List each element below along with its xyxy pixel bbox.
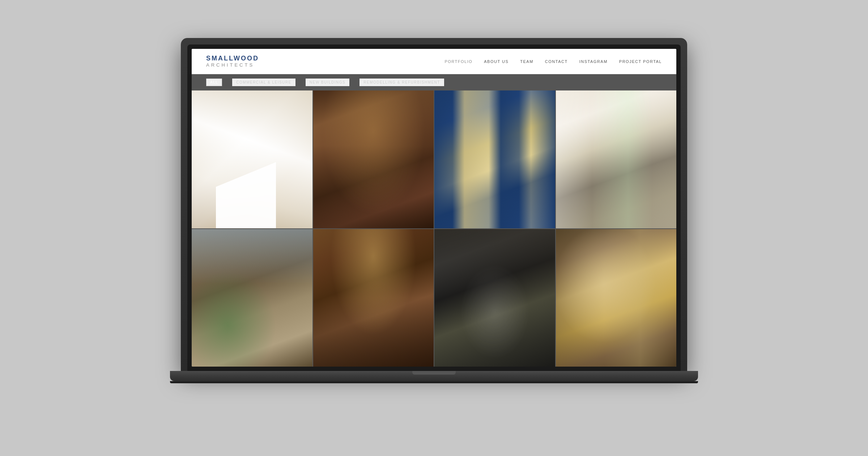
portfolio-item-5[interactable] (192, 229, 312, 367)
nav-contact[interactable]: CONTACT (545, 59, 568, 64)
screen-bezel: SMALLWOOD ARCHITECTS PORTFOLIO ABOUT US … (187, 45, 681, 371)
screen: SMALLWOOD ARCHITECTS PORTFOLIO ABOUT US … (192, 49, 676, 367)
header: SMALLWOOD ARCHITECTS PORTFOLIO ABOUT US … (192, 49, 676, 74)
website: SMALLWOOD ARCHITECTS PORTFOLIO ABOUT US … (192, 49, 676, 367)
portfolio-item-4[interactable] (556, 90, 677, 228)
filter-bar: ALL COMMERCIAL & LEISURE NEW BUILDINGS R… (192, 74, 676, 90)
portfolio-item-1[interactable] (192, 90, 312, 228)
laptop-body: SMALLWOOD ARCHITECTS PORTFOLIO ABOUT US … (181, 38, 687, 371)
filter-commercial[interactable]: COMMERCIAL & LEISURE (232, 79, 295, 86)
filter-new-buildings[interactable]: NEW BUILDINGS (306, 79, 350, 86)
nav-instagram[interactable]: INSTAGRAM (579, 59, 608, 64)
logo-area: SMALLWOOD ARCHITECTS (206, 55, 259, 68)
main-nav: PORTFOLIO ABOUT US TEAM CONTACT INSTAGRA… (444, 59, 662, 64)
laptop-container: SMALLWOOD ARCHITECTS PORTFOLIO ABOUT US … (181, 38, 687, 418)
nav-project-portal[interactable]: PROJECT PORTAL (619, 59, 662, 64)
portfolio-item-7[interactable] (434, 229, 555, 367)
nav-about[interactable]: ABOUT US (484, 59, 509, 64)
portfolio-grid (192, 90, 676, 367)
filter-all[interactable]: ALL (206, 79, 222, 86)
filter-remodelling[interactable]: REMODELLING & REFURBISHMENT (359, 79, 444, 86)
laptop-base (170, 371, 698, 381)
nav-portfolio[interactable]: PORTFOLIO (444, 59, 472, 64)
portfolio-item-8[interactable] (556, 229, 677, 367)
logo-subtitle[interactable]: ARCHITECTS (206, 62, 259, 68)
logo-name[interactable]: SMALLWOOD (206, 55, 259, 62)
portfolio-item-2[interactable] (313, 90, 434, 228)
portfolio-item-6[interactable] (313, 229, 434, 367)
portfolio-item-3[interactable] (434, 90, 555, 228)
nav-team[interactable]: TEAM (520, 59, 533, 64)
